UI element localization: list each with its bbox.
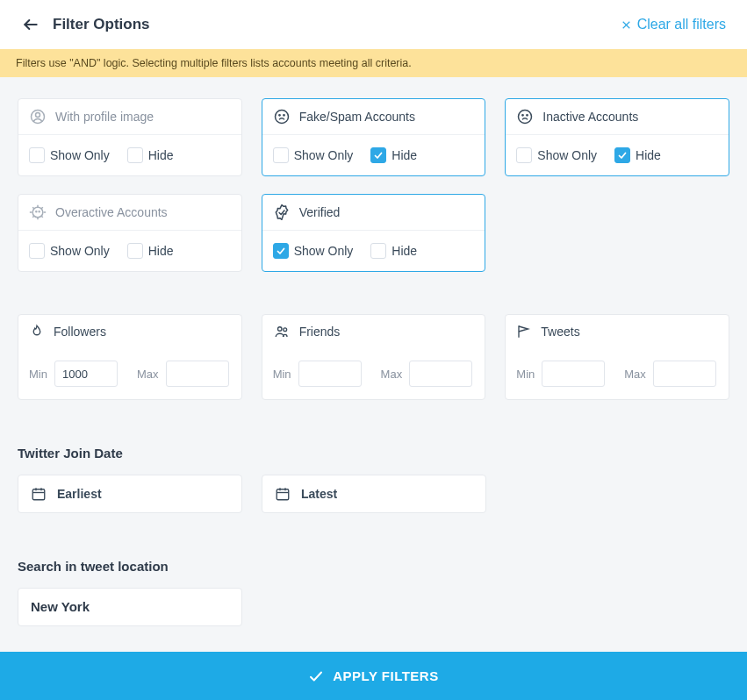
verified-show-only[interactable]: Show Only — [273, 243, 354, 259]
max-label: Max — [624, 368, 646, 381]
inactive-hide[interactable]: Hide — [614, 147, 661, 163]
filter-card-verified: Verified Show Only Hide — [262, 194, 486, 272]
tweets-min-input[interactable] — [542, 361, 605, 387]
svg-point-9 — [522, 115, 523, 116]
calendar-icon — [275, 486, 291, 502]
friends-min-input[interactable] — [298, 361, 362, 387]
followers-min-input[interactable] — [54, 361, 118, 387]
svg-point-11 — [32, 207, 43, 218]
flame-icon — [29, 324, 45, 339]
people-icon — [273, 324, 291, 339]
check-icon — [308, 668, 324, 684]
profile-image-hide[interactable]: Hide — [127, 147, 174, 163]
range-title: Friends — [299, 325, 341, 339]
info-banner: Filters use "AND" logic. Selecting multi… — [0, 49, 747, 77]
location-field-wrapper — [18, 588, 242, 626]
location-input[interactable] — [31, 599, 229, 614]
friends-max-input[interactable] — [409, 361, 472, 387]
filter-title: Inactive Accounts — [542, 110, 638, 124]
latest-date-button[interactable]: Latest — [262, 475, 486, 513]
flag-icon — [516, 324, 532, 339]
range-card-tweets: Tweets Min Max — [505, 314, 729, 400]
gear-face-icon — [29, 204, 47, 221]
svg-point-8 — [519, 111, 532, 124]
svg-point-13 — [39, 211, 40, 212]
fake-spam-show-only[interactable]: Show Only — [273, 147, 354, 163]
min-label: Min — [273, 368, 291, 381]
range-card-friends: Friends Min Max — [262, 314, 486, 400]
range-title: Followers — [54, 325, 106, 339]
svg-point-10 — [527, 115, 528, 116]
verified-badge-icon — [273, 204, 291, 221]
range-title: Tweets — [541, 325, 579, 339]
svg-point-5 — [275, 111, 288, 124]
followers-max-input[interactable] — [166, 361, 229, 387]
join-date-title: Twitter Join Date — [18, 446, 729, 461]
max-label: Max — [381, 368, 403, 381]
filter-card-inactive: Inactive Accounts Show Only Hide — [505, 98, 729, 176]
filter-title: Fake/Spam Accounts — [299, 110, 415, 124]
close-icon — [621, 19, 632, 31]
filter-title: With profile image — [55, 110, 154, 124]
min-label: Min — [516, 368, 535, 381]
location-title: Search in tweet location — [18, 559, 729, 574]
latest-label: Latest — [301, 487, 337, 501]
calendar-icon — [31, 486, 47, 502]
earliest-date-button[interactable]: Earliest — [18, 475, 242, 513]
max-label: Max — [137, 368, 159, 381]
page-title: Filter Options — [53, 16, 150, 33]
svg-rect-17 — [32, 489, 45, 500]
back-icon[interactable] — [21, 15, 40, 34]
svg-point-6 — [278, 115, 279, 116]
profile-image-show-only[interactable]: Show Only — [29, 147, 110, 163]
filter-card-fake-spam: Fake/Spam Accounts Show Only Hide — [262, 98, 486, 176]
clear-all-label: Clear all filters — [637, 17, 726, 32]
tweets-max-input[interactable] — [653, 361, 716, 387]
filter-card-overactive: Overactive Accounts Show Only Hide — [18, 194, 242, 272]
earliest-label: Earliest — [57, 487, 102, 501]
verified-hide[interactable]: Hide — [370, 243, 417, 259]
apply-filters-button[interactable]: APPLY FILTERS — [0, 652, 747, 700]
svg-point-14 — [277, 327, 282, 332]
filter-title: Overactive Accounts — [55, 205, 168, 219]
filter-card-profile-image: With profile image Show Only Hide — [18, 98, 242, 176]
apply-label: APPLY FILTERS — [333, 668, 438, 683]
svg-point-12 — [36, 211, 37, 212]
min-label: Min — [29, 368, 47, 381]
svg-rect-21 — [277, 489, 289, 500]
svg-point-7 — [283, 115, 284, 116]
svg-point-4 — [36, 112, 40, 117]
sad-face-icon — [273, 108, 291, 125]
svg-point-15 — [284, 328, 287, 332]
inactive-show-only[interactable]: Show Only — [516, 147, 597, 163]
overactive-hide[interactable]: Hide — [127, 243, 174, 259]
clear-all-filters[interactable]: Clear all filters — [621, 17, 726, 32]
profile-image-icon — [29, 108, 47, 125]
sad-face-icon — [516, 108, 534, 125]
filter-title: Verified — [299, 205, 341, 219]
overactive-show-only[interactable]: Show Only — [29, 243, 110, 259]
fake-spam-hide[interactable]: Hide — [370, 147, 417, 163]
range-card-followers: Followers Min Max — [18, 314, 242, 400]
